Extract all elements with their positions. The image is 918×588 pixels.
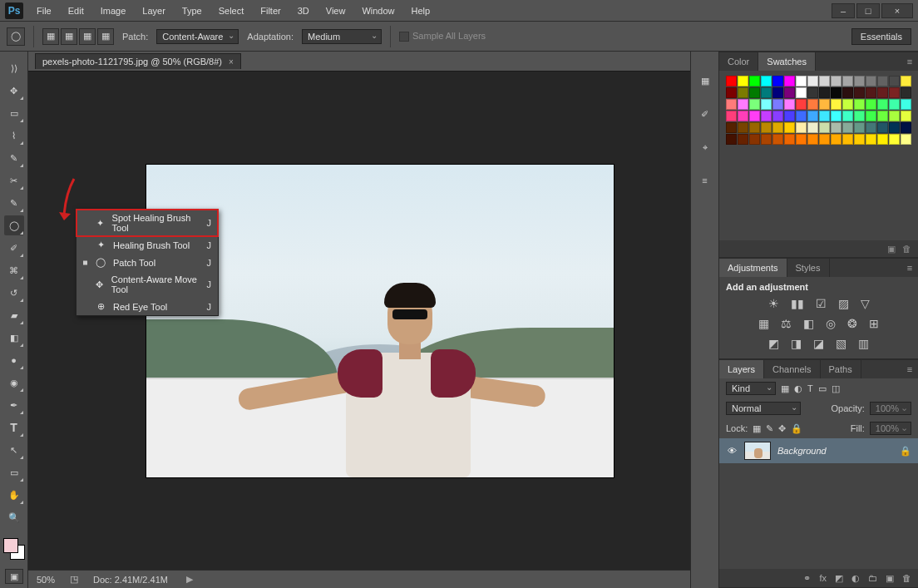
patch-mode-int[interactable]: ▦: [97, 28, 114, 45]
zoom-level[interactable]: 50%: [37, 575, 55, 585]
crop-tool[interactable]: ✂: [4, 170, 24, 190]
type-tool[interactable]: T: [4, 418, 24, 437]
swatch-cell[interactable]: [726, 111, 737, 121]
swatch-cell[interactable]: [889, 87, 900, 98]
swatch-cell[interactable]: [842, 99, 853, 110]
quick-select-tool[interactable]: ✎: [4, 148, 24, 168]
zoom-tool[interactable]: 🔍: [4, 507, 24, 527]
swatches-tab[interactable]: Swatches: [758, 52, 816, 71]
layers-tab[interactable]: Layers: [719, 360, 764, 378]
hue-sat-icon[interactable]: ▦: [758, 317, 769, 330]
collapse-handle[interactable]: ⟩⟩: [4, 58, 24, 78]
layer-style-icon[interactable]: fx: [819, 573, 827, 583]
filter-adjust-icon[interactable]: ◐: [794, 383, 802, 394]
swatch-cell[interactable]: [889, 99, 900, 110]
panel-menu-icon[interactable]: ≡: [901, 52, 918, 71]
swatches-grid[interactable]: [726, 76, 911, 145]
swatch-cell[interactable]: [877, 134, 888, 145]
color-balance-icon[interactable]: ⚖: [781, 317, 792, 330]
swatch-cell[interactable]: [819, 134, 830, 145]
lock-position-icon[interactable]: ✥: [778, 423, 786, 434]
visibility-toggle-icon[interactable]: 👁: [726, 446, 738, 456]
swatch-cell[interactable]: [877, 111, 888, 121]
panel-menu-icon[interactable]: ≡: [901, 360, 918, 378]
swatch-cell[interactable]: [819, 111, 830, 121]
layer-filter-kind[interactable]: Kind: [726, 382, 776, 395]
swatch-cell[interactable]: [738, 99, 748, 110]
collapsed-paragraph-icon[interactable]: ≡: [696, 171, 714, 190]
collapsed-brushes-icon[interactable]: ✐: [696, 105, 714, 123]
swatch-cell[interactable]: [749, 122, 760, 133]
swatch-cell[interactable]: [784, 111, 795, 121]
color-tab[interactable]: Color: [719, 52, 758, 71]
doc-size[interactable]: Doc: 2.41M/2.41M: [93, 575, 168, 585]
swatch-cell[interactable]: [819, 99, 830, 110]
layer-thumbnail[interactable]: [744, 442, 771, 460]
levels-icon[interactable]: ▮▮: [791, 297, 804, 310]
status-preview-icon[interactable]: ◳: [70, 574, 78, 585]
history-brush-tool[interactable]: ↺: [4, 283, 24, 303]
swatch-cell[interactable]: [854, 76, 865, 86]
swatch-cell[interactable]: [901, 122, 911, 133]
photo-filter-icon[interactable]: ◎: [826, 317, 836, 330]
swatch-cell[interactable]: [772, 76, 783, 86]
menu-help[interactable]: Help: [405, 3, 437, 18]
swatch-cell[interactable]: [842, 134, 853, 145]
pen-tool[interactable]: ✒: [4, 395, 24, 415]
swatch-cell[interactable]: [749, 134, 760, 145]
flyout-spot-healing[interactable]: ✦ Spot Healing Brush Tool J: [76, 210, 218, 236]
group-icon[interactable]: 🗀: [868, 573, 877, 583]
eyedropper-tool[interactable]: ✎: [4, 193, 24, 213]
swatch-cell[interactable]: [738, 76, 748, 86]
opacity-value[interactable]: 100%: [870, 402, 911, 415]
swatch-cell[interactable]: [749, 111, 760, 121]
minimize-button[interactable]: –: [832, 3, 855, 18]
menu-filter[interactable]: Filter: [254, 3, 287, 18]
adjustment-layer-icon[interactable]: ◐: [851, 573, 860, 584]
swatch-cell[interactable]: [854, 87, 865, 98]
swatch-cell[interactable]: [831, 76, 842, 86]
invert-icon[interactable]: ◩: [768, 337, 779, 350]
swatch-cell[interactable]: [726, 99, 737, 110]
vibrance-icon[interactable]: ▽: [861, 297, 870, 310]
swatch-cell[interactable]: [749, 87, 760, 98]
swatch-cell[interactable]: [726, 134, 737, 145]
swatch-cell[interactable]: [901, 87, 911, 98]
menu-edit[interactable]: Edit: [62, 3, 91, 18]
panel-menu-icon[interactable]: ≡: [901, 259, 918, 277]
swatch-cell[interactable]: [866, 76, 876, 86]
layer-list[interactable]: 👁 Background 🔒: [719, 438, 918, 569]
swatch-cell[interactable]: [784, 122, 795, 133]
swatch-cell[interactable]: [831, 134, 842, 145]
swatch-cell[interactable]: [738, 87, 748, 98]
status-flyout-arrow[interactable]: ▶: [186, 574, 193, 585]
swatch-cell[interactable]: [738, 122, 748, 133]
swatch-cell[interactable]: [796, 76, 807, 86]
swatch-cell[interactable]: [819, 122, 830, 133]
sample-all-checkbox[interactable]: [399, 32, 409, 42]
swatch-cell[interactable]: [889, 134, 900, 145]
swatch-cell[interactable]: [761, 111, 772, 121]
swatch-cell[interactable]: [831, 111, 842, 121]
delete-layer-icon[interactable]: 🗑: [902, 573, 911, 583]
flyout-healing-brush[interactable]: ✦ Healing Brush Tool J: [76, 236, 218, 254]
swatch-cell[interactable]: [749, 99, 760, 110]
posterize-icon[interactable]: ◨: [791, 337, 802, 350]
swatch-cell[interactable]: [807, 134, 818, 145]
swatch-cell[interactable]: [772, 99, 783, 110]
lock-all-icon[interactable]: 🔒: [791, 423, 802, 434]
new-layer-icon[interactable]: ▣: [886, 573, 894, 584]
marquee-tool[interactable]: ▭: [4, 103, 24, 123]
bw-icon[interactable]: ◧: [803, 317, 814, 330]
swatch-cell[interactable]: [761, 122, 772, 133]
sample-all-layers[interactable]: Sample All Layers: [399, 31, 486, 42]
swatch-cell[interactable]: [726, 122, 737, 133]
channel-mixer-icon[interactable]: ❂: [847, 317, 857, 330]
swatch-cell[interactable]: [877, 99, 888, 110]
flyout-red-eye[interactable]: ⊕ Red Eye Tool J: [76, 298, 218, 315]
swatch-cell[interactable]: [796, 122, 807, 133]
swatch-cell[interactable]: [726, 76, 737, 86]
lasso-tool[interactable]: ⌇: [4, 126, 24, 146]
blur-tool[interactable]: ●: [4, 350, 24, 370]
swatch-cell[interactable]: [819, 76, 830, 86]
